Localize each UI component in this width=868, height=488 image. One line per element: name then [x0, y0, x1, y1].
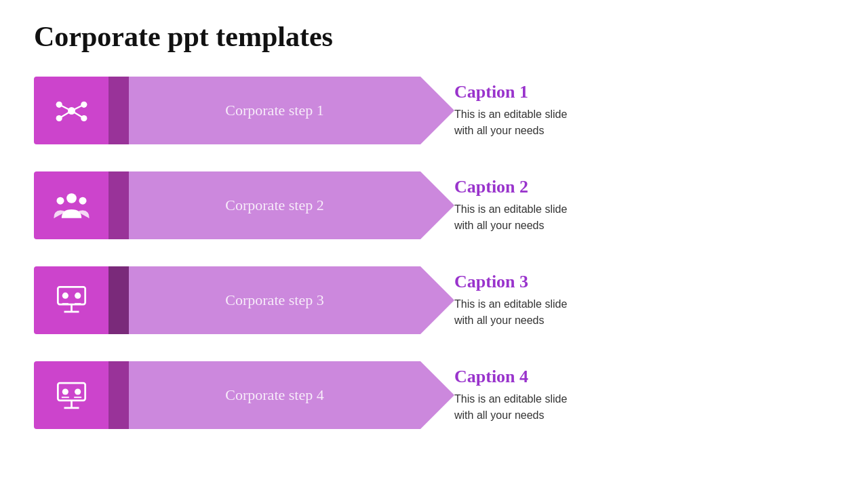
svg-rect-12	[58, 287, 85, 304]
accent-box-1	[108, 77, 129, 144]
caption-title-4: Caption 4	[454, 367, 834, 387]
arrow-body-4: Corporate step 4	[129, 361, 420, 429]
svg-point-10	[56, 197, 64, 204]
arrow-body-1: Corporate step 1	[129, 77, 420, 144]
step-label-4: Corporate step 4	[225, 386, 323, 404]
caption-block-3: Caption 3 This is an editable slidewith …	[441, 272, 834, 329]
arrow-wrapper-1: Corporate step 1	[34, 77, 420, 144]
caption-block-1: Caption 1 This is an editable slidewith …	[441, 82, 834, 139]
icon-box-4	[34, 361, 108, 429]
icon-box-2	[34, 171, 108, 239]
step-row-4: Corporate step 4 Caption 4 This is an ed…	[34, 351, 834, 439]
accent-box-3	[108, 266, 129, 334]
svg-point-11	[79, 197, 86, 204]
caption-title-2: Caption 2	[454, 177, 834, 197]
team-icon	[53, 187, 90, 224]
page-title: Corporate ppt templates	[34, 20, 834, 53]
caption-text-3: This is an editable slidewith all your n…	[454, 296, 834, 329]
step-row-2: Corporate step 2 Caption 2 This is an ed…	[34, 161, 834, 249]
step-row-3: Corporate step 3 Caption 3 This is an ed…	[34, 256, 834, 344]
meeting-icon	[53, 282, 90, 319]
arrow-wrapper-3: Corporate step 3	[34, 266, 420, 334]
caption-text-1: This is an editable slidewith all your n…	[454, 106, 834, 139]
caption-block-4: Caption 4 This is an editable slidewith …	[441, 367, 834, 424]
accent-box-2	[108, 171, 129, 239]
svg-line-7	[59, 110, 71, 118]
arrow-wrapper-4: Corporate step 4	[34, 361, 420, 429]
steps-container: Corporate step 1 Caption 1 This is an ed…	[34, 66, 834, 468]
step-label-3: Corporate step 3	[225, 291, 323, 309]
step-label-1: Corporate step 1	[225, 102, 323, 119]
svg-point-23	[75, 388, 81, 394]
meeting2-icon	[53, 377, 90, 414]
caption-title-3: Caption 3	[454, 272, 834, 292]
svg-line-8	[71, 110, 83, 118]
caption-title-1: Caption 1	[454, 82, 834, 102]
arrow-body-2: Corporate step 2	[129, 171, 420, 239]
arrow-body-3: Corporate step 3	[129, 266, 420, 334]
svg-point-15	[62, 292, 68, 298]
accent-box-4	[108, 361, 129, 429]
svg-point-9	[66, 193, 77, 203]
step-row-1: Corporate step 1 Caption 1 This is an ed…	[34, 66, 834, 155]
step-label-2: Corporate step 2	[225, 197, 323, 214]
svg-point-22	[62, 388, 68, 394]
svg-point-16	[75, 292, 81, 298]
icon-box-3	[34, 266, 108, 334]
network-icon	[53, 92, 90, 129]
page: Corporate ppt templates	[0, 0, 868, 488]
arrow-wrapper-2: Corporate step 2	[34, 171, 420, 239]
caption-block-2: Caption 2 This is an editable slidewith …	[441, 177, 834, 234]
caption-text-4: This is an editable slidewith all your n…	[454, 391, 834, 424]
caption-text-2: This is an editable slidewith all your n…	[454, 201, 834, 234]
icon-box-1	[34, 77, 108, 144]
